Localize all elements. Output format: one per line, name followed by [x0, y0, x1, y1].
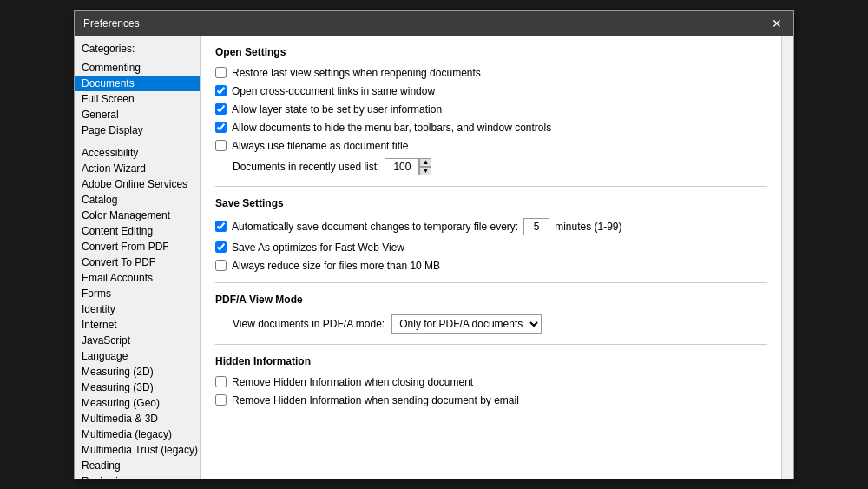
recently-used-row: Documents in recently used list: ▲ ▼ [233, 158, 767, 175]
minutes-label: minutes (1-99) [555, 221, 621, 233]
sidebar-item-forms[interactable]: Forms [75, 286, 200, 301]
spin-buttons: ▲ ▼ [419, 158, 431, 175]
sidebar-item-language[interactable]: Language [75, 348, 200, 364]
checkbox-restore-last-view[interactable] [215, 67, 227, 78]
sidebar-item-content-editing[interactable]: Content Editing [75, 223, 200, 239]
checkbox-allow-layer-state-label: Allow layer state to be set by user info… [232, 103, 442, 116]
sidebar-item-identity[interactable]: Identity [75, 301, 200, 317]
sidebar-item-convert-to-pdf[interactable]: Convert To PDF [75, 254, 200, 270]
preferences-dialog: Preferences ✕ Categories: Commenting Doc… [74, 10, 794, 479]
separator-2 [215, 282, 767, 283]
pdfa-dropdown-row: View documents in PDF/A mode: Only for P… [233, 314, 767, 334]
sidebar-item-measuring-3d[interactable]: Measuring (3D) [75, 380, 200, 395]
sidebar-divider [75, 138, 200, 145]
recently-used-input[interactable] [385, 158, 419, 175]
scrollbar-track[interactable] [781, 36, 793, 479]
sidebar-item-reviewing[interactable]: Reviewing [75, 473, 200, 479]
checkbox-reduce-size[interactable] [215, 260, 227, 271]
hidden-info-title: Hidden Information [215, 355, 767, 367]
checkbox-restore-last-view-label: Restore last view settings when reopenin… [232, 67, 481, 79]
sidebar-item-action-wizard[interactable]: Action Wizard [75, 161, 200, 176]
checkbox-allow-hide-menu-row: Allow documents to hide the menu bar, to… [215, 122, 767, 134]
checkbox-auto-save[interactable] [215, 221, 227, 232]
checkbox-remove-hidden-closing-row: Remove Hidden Information when closing d… [215, 376, 767, 388]
spin-up-button[interactable]: ▲ [419, 158, 431, 167]
checkbox-remove-hidden-closing[interactable] [215, 376, 227, 387]
dialog-body: Categories: Commenting Documents Full Sc… [75, 36, 793, 479]
sidebar-item-full-screen[interactable]: Full Screen [75, 91, 200, 107]
checkbox-remove-hidden-email[interactable] [215, 394, 227, 406]
save-settings-title: Save Settings [215, 197, 767, 209]
sidebar-item-measuring-2d[interactable]: Measuring (2D) [75, 364, 200, 380]
sidebar-item-multimedia-legacy[interactable]: Multimedia (legacy) [75, 426, 200, 442]
sidebar-item-multimedia-3d[interactable]: Multimedia & 3D [75, 411, 200, 426]
recently-used-spinner: ▲ ▼ [385, 158, 431, 175]
open-settings-title: Open Settings [215, 46, 767, 58]
checkbox-allow-layer-state-row: Allow layer state to be set by user info… [215, 103, 767, 116]
separator-3 [215, 344, 767, 345]
title-bar: Preferences ✕ [75, 11, 793, 36]
sidebar-item-internet[interactable]: Internet [75, 317, 200, 333]
sidebar-item-commenting[interactable]: Commenting [75, 60, 200, 76]
separator-1 [215, 186, 767, 187]
checkbox-save-as-fast-web[interactable] [215, 241, 227, 253]
checkbox-open-cross-document-links[interactable] [215, 85, 227, 96]
sidebar-item-general[interactable]: General [75, 107, 200, 122]
checkbox-use-filename-label: Always use filename as document title [232, 140, 408, 152]
sidebar-item-adobe-online-services[interactable]: Adobe Online Services [75, 176, 200, 192]
checkbox-auto-save-label: Automatically save document changes to t… [232, 221, 518, 233]
sidebar-item-convert-from-pdf[interactable]: Convert From PDF [75, 239, 200, 254]
sidebar-item-javascript[interactable]: JavaScript [75, 333, 200, 348]
checkbox-remove-hidden-closing-label: Remove Hidden Information when closing d… [232, 376, 473, 388]
checkbox-reduce-size-label: Always reduce size for files more than 1… [232, 260, 440, 272]
checkbox-remove-hidden-email-label: Remove Hidden Information when sending d… [232, 394, 519, 406]
sidebar-item-measuring-geo[interactable]: Measuring (Geo) [75, 395, 200, 411]
checkbox-allow-hide-menu-label: Allow documents to hide the menu bar, to… [232, 122, 551, 134]
sidebar-item-multimedia-trust-legacy[interactable]: Multimedia Trust (legacy) [75, 442, 200, 458]
checkbox-auto-save-row: Automatically save document changes to t… [215, 218, 767, 235]
recently-used-label: Documents in recently used list: [233, 161, 379, 173]
spin-down-button[interactable]: ▼ [419, 167, 431, 175]
checkbox-save-as-fast-web-label: Save As optimizes for Fast Web View [232, 241, 404, 254]
pdfa-title: PDF/A View Mode [215, 294, 767, 306]
dialog-title: Preferences [83, 17, 140, 30]
sidebar-item-reading[interactable]: Reading [75, 458, 200, 473]
checkbox-save-as-fast-web-row: Save As optimizes for Fast Web View [215, 241, 767, 254]
checkbox-reduce-size-row: Always reduce size for files more than 1… [215, 260, 767, 272]
checkbox-open-cross-doc-row: Open cross-document links in same window [215, 85, 767, 97]
sidebar-item-catalog[interactable]: Catalog [75, 192, 200, 208]
sidebar-item-color-management[interactable]: Color Management [75, 208, 200, 223]
checkbox-restore-last-view-row: Restore last view settings when reopenin… [215, 67, 767, 79]
sidebar-item-accessibility[interactable]: Accessibility [75, 145, 200, 161]
minutes-input[interactable] [523, 218, 549, 235]
checkbox-allow-hide-menu[interactable] [215, 122, 227, 133]
sidebar-item-documents[interactable]: Documents [75, 76, 200, 91]
main-content: Open Settings Restore last view settings… [201, 36, 781, 479]
checkbox-use-filename[interactable] [215, 140, 227, 151]
close-button[interactable]: ✕ [769, 16, 785, 31]
checkbox-use-filename-row: Always use filename as document title [215, 140, 767, 152]
checkbox-open-cross-doc-label: Open cross-document links in same window [232, 85, 435, 97]
sidebar-item-email-accounts[interactable]: Email Accounts [75, 270, 200, 286]
sidebar-item-page-display[interactable]: Page Display [75, 122, 200, 138]
checkbox-allow-layer-state[interactable] [215, 103, 227, 115]
pdfa-mode-select[interactable]: Only for PDF/A documents Always Never [391, 314, 542, 334]
sidebar: Categories: Commenting Documents Full Sc… [75, 36, 201, 479]
categories-label: Categories: [75, 43, 200, 60]
pdfa-dropdown-label: View documents in PDF/A mode: [233, 318, 385, 330]
checkbox-remove-hidden-email-row: Remove Hidden Information when sending d… [215, 394, 767, 406]
